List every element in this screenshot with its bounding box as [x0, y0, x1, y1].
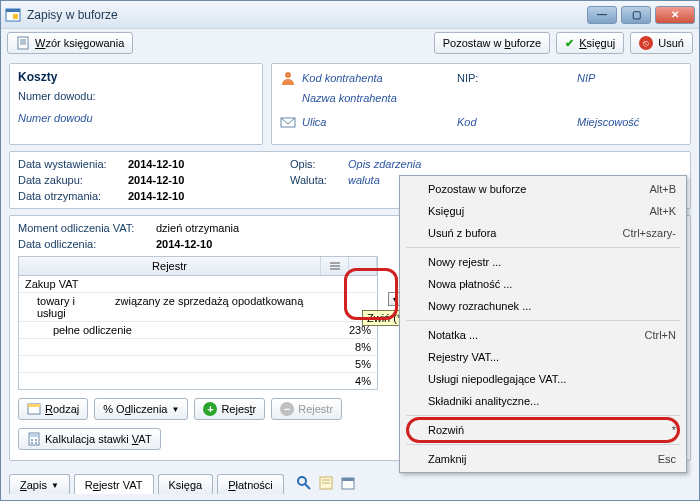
maximize-button[interactable]: ▢ [621, 6, 651, 24]
grid-row[interactable]: Zakup VAT [19, 276, 377, 293]
note-icon[interactable] [318, 475, 334, 491]
tab-platnosci[interactable]: Płatności [217, 474, 284, 494]
data-odliczenia-label: Data odliczenia: [18, 238, 148, 250]
titlebar: Zapisy w buforze — ▢ ✕ [1, 1, 699, 29]
grid-header-blank [349, 257, 377, 275]
ulica-label[interactable]: Ulica [302, 116, 457, 128]
svg-point-7 [285, 72, 291, 78]
odliczenia-button[interactable]: % Odliczenia ▼ [94, 398, 188, 420]
menu-rejestry-vat[interactable]: Rejestry VAT... [402, 346, 684, 368]
grid-header-collapse[interactable] [321, 257, 349, 275]
app-icon [5, 7, 21, 23]
menu-ksieguj[interactable]: KsięgujAlt+K [402, 200, 684, 222]
data-zakupu-value[interactable]: 2014-12-10 [128, 174, 184, 186]
data-wystawienia-label: Data wystawienia: [18, 158, 120, 170]
data-otrzymania-label: Data otrzymania: [18, 190, 120, 202]
nip-label: NIP: [457, 72, 577, 84]
rejestr-delete-button[interactable]: − Rejestr [271, 398, 342, 420]
delete-icon: ⦸ [639, 36, 653, 50]
grid-row[interactable]: pełne odliczenie 23% [19, 322, 377, 339]
nip-value[interactable]: NIP [577, 72, 595, 84]
panel-kontrahent: Kod kontrahenta NIP: NIP Nazwa kontrahen… [271, 63, 691, 145]
calendar-icon[interactable] [340, 475, 356, 491]
ksieguj-label: Księguj [579, 37, 615, 49]
svg-rect-13 [28, 404, 40, 407]
person-icon [280, 70, 296, 86]
opis-label: Opis: [290, 158, 340, 170]
svg-point-20 [298, 477, 306, 485]
data-otrzymania-value[interactable]: 2014-12-10 [128, 190, 184, 202]
numer-dowodu-value[interactable]: Numer dowodu [18, 112, 254, 124]
rodzaj-button[interactable]: Rodzaj [18, 398, 88, 420]
tab-rejestr-vat[interactable]: Rejestr VAT [74, 474, 154, 494]
menu-zamknij[interactable]: ZamknijEsc [402, 448, 684, 470]
menu-usun-z-bufora[interactable]: Usuń z buforaCtrl+szary- [402, 222, 684, 244]
ksieguj-button[interactable]: ✔ Księguj [556, 32, 624, 54]
nazwa-kontrahenta-label[interactable]: Nazwa kontrahenta [302, 92, 397, 104]
grid-cell: związany ze sprzedażą opodatkowaną [109, 293, 377, 321]
calc-icon [27, 432, 41, 446]
menu-notatka[interactable]: Notatka ...Ctrl+N [402, 324, 684, 346]
svg-point-19 [35, 442, 37, 444]
moment-odliczenia-value[interactable]: dzień otrzymania [156, 222, 239, 234]
minus-icon: − [280, 402, 294, 416]
data-wystawienia-value[interactable]: 2014-12-10 [128, 158, 184, 170]
grid-row[interactable]: towary i usługi związany ze sprzedażą op… [19, 293, 377, 322]
grid-percent: 4% [329, 373, 377, 389]
svg-rect-1 [6, 9, 20, 12]
menu-nowy-rejestr[interactable]: Nowy rejestr ... [402, 251, 684, 273]
grid-header-row: Rejestr [19, 257, 377, 276]
envelope-icon [280, 114, 296, 130]
toolbar: Wzór księgowania Pozostaw w buforze ✔ Ks… [1, 29, 699, 57]
svg-rect-15 [30, 434, 38, 437]
grid-percent: 5% [329, 356, 377, 372]
rejestr-grid[interactable]: Rejestr Zakup VAT towary i usługi związa… [18, 256, 378, 390]
tab-zapis[interactable]: Zapis▼ [9, 474, 70, 494]
chevron-down-icon: ▼ [51, 481, 59, 490]
usun-label: Usuń [658, 37, 684, 49]
miejscowosc-label[interactable]: Miejscowość [577, 116, 639, 128]
svg-rect-2 [13, 14, 18, 19]
wzor-ksiegowania-button[interactable]: Wzór księgowania [7, 32, 133, 54]
svg-point-17 [35, 439, 37, 441]
tab-ksiega[interactable]: Księga [158, 474, 214, 494]
wzor-label: Wzór księgowania [35, 37, 124, 49]
menu-rozwin[interactable]: Rozwiń* [402, 419, 684, 441]
grid-row[interactable]: 8% [19, 339, 377, 356]
plus-icon: + [203, 402, 217, 416]
waluta-value[interactable]: waluta [348, 174, 380, 186]
menu-nowy-rozrachunek[interactable]: Nowy rozrachunek ... [402, 295, 684, 317]
kalkulacja-label: Kalkulacja stawki VAT [45, 433, 152, 445]
pozostaw-label: Pozostaw w buforze [443, 37, 541, 49]
menu-pozostaw[interactable]: Pozostaw w buforzeAlt+B [402, 178, 684, 200]
waluta-label: Waluta: [290, 174, 340, 186]
grid-cell: towary i usługi [19, 293, 109, 321]
grid-row[interactable]: 5% [19, 356, 377, 373]
data-odliczenia-value[interactable]: 2014-12-10 [156, 238, 212, 250]
svg-rect-3 [18, 37, 28, 49]
kalkulacja-vat-button[interactable]: Kalkulacja stawki VAT [18, 428, 161, 450]
rodzaj-label: Rodzaj [45, 403, 79, 415]
menu-uslugi-niepodlegajace[interactable]: Usługi niepodlegające VAT... [402, 368, 684, 390]
window-buttons: — ▢ ✕ [587, 6, 695, 24]
moment-odliczenia-label: Moment odliczenia VAT: [18, 222, 148, 234]
close-button[interactable]: ✕ [655, 6, 695, 24]
menu-skladniki-analityczne[interactable]: Składniki analityczne... [402, 390, 684, 412]
svg-rect-26 [342, 478, 354, 481]
context-menu: Pozostaw w buforzeAlt+B KsięgujAlt+K Usu… [399, 175, 687, 473]
magnifier-icon[interactable] [296, 475, 312, 491]
menu-nowa-platnosc[interactable]: Nowa płatność ... [402, 273, 684, 295]
document-icon [16, 36, 30, 50]
svg-point-18 [31, 442, 33, 444]
usun-button[interactable]: ⦸ Usuń [630, 32, 693, 54]
opis-value[interactable]: Opis zdarzenia [348, 158, 421, 170]
minimize-button[interactable]: — [587, 6, 617, 24]
data-zakupu-label: Data zakupu: [18, 174, 120, 186]
pozostaw-w-buforze-button[interactable]: Pozostaw w buforze [434, 32, 550, 54]
grid-row[interactable]: 4% [19, 373, 377, 389]
rejestr-add-button[interactable]: + Rejestr [194, 398, 265, 420]
bottom-tabs: Zapis▼ Rejestr VAT Księga Płatności [9, 474, 356, 494]
grid-header-rejestr[interactable]: Rejestr [19, 257, 321, 275]
kod-kontrahenta-label[interactable]: Kod kontrahenta [302, 72, 457, 84]
kod-pocztowy-label[interactable]: Kod [457, 116, 577, 128]
